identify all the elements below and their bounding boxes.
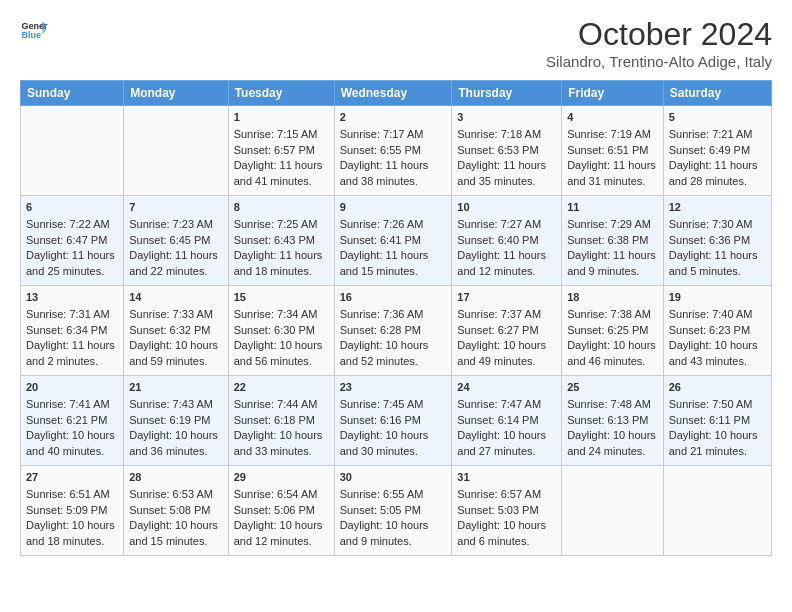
day-info: Daylight: 11 hours and 15 minutes. (340, 248, 447, 279)
calendar-cell: 14Sunrise: 7:33 AMSunset: 6:32 PMDayligh… (124, 286, 228, 376)
day-info: Sunrise: 6:55 AM (340, 487, 447, 502)
day-info: Sunset: 6:38 PM (567, 233, 658, 248)
day-info: Sunset: 6:57 PM (234, 143, 329, 158)
day-number: 30 (340, 470, 447, 485)
day-header-friday: Friday (562, 81, 664, 106)
day-info: Sunset: 6:55 PM (340, 143, 447, 158)
day-info: Sunrise: 6:53 AM (129, 487, 222, 502)
day-info: Sunrise: 7:43 AM (129, 397, 222, 412)
day-number: 9 (340, 200, 447, 215)
day-info: Daylight: 10 hours and 18 minutes. (26, 518, 118, 549)
calendar-cell: 31Sunrise: 6:57 AMSunset: 5:03 PMDayligh… (452, 466, 562, 556)
day-number: 10 (457, 200, 556, 215)
day-info: Sunset: 5:08 PM (129, 503, 222, 518)
day-info: Sunrise: 7:36 AM (340, 307, 447, 322)
day-number: 8 (234, 200, 329, 215)
day-info: Sunrise: 7:21 AM (669, 127, 766, 142)
day-info: Sunset: 6:49 PM (669, 143, 766, 158)
day-info: Sunset: 6:13 PM (567, 413, 658, 428)
day-info: Daylight: 10 hours and 24 minutes. (567, 428, 658, 459)
day-header-wednesday: Wednesday (334, 81, 452, 106)
page-header: General Blue October 2024 Silandro, Tren… (20, 16, 772, 70)
day-info: Sunrise: 7:33 AM (129, 307, 222, 322)
day-info: Daylight: 11 hours and 31 minutes. (567, 158, 658, 189)
day-number: 5 (669, 110, 766, 125)
calendar-cell: 13Sunrise: 7:31 AMSunset: 6:34 PMDayligh… (21, 286, 124, 376)
day-info: Sunset: 6:23 PM (669, 323, 766, 338)
day-info: Daylight: 10 hours and 21 minutes. (669, 428, 766, 459)
day-info: Daylight: 10 hours and 15 minutes. (129, 518, 222, 549)
day-info: Daylight: 11 hours and 18 minutes. (234, 248, 329, 279)
day-info: Daylight: 10 hours and 56 minutes. (234, 338, 329, 369)
day-info: Sunset: 6:19 PM (129, 413, 222, 428)
day-info: Daylight: 10 hours and 6 minutes. (457, 518, 556, 549)
day-info: Daylight: 10 hours and 49 minutes. (457, 338, 556, 369)
day-number: 26 (669, 380, 766, 395)
day-info: Daylight: 11 hours and 41 minutes. (234, 158, 329, 189)
day-info: Sunset: 5:06 PM (234, 503, 329, 518)
day-info: Daylight: 10 hours and 27 minutes. (457, 428, 556, 459)
day-info: Sunrise: 7:34 AM (234, 307, 329, 322)
calendar-cell: 10Sunrise: 7:27 AMSunset: 6:40 PMDayligh… (452, 196, 562, 286)
day-info: Sunrise: 6:57 AM (457, 487, 556, 502)
day-number: 29 (234, 470, 329, 485)
calendar-cell: 6Sunrise: 7:22 AMSunset: 6:47 PMDaylight… (21, 196, 124, 286)
day-info: Sunset: 6:32 PM (129, 323, 222, 338)
calendar-cell: 1Sunrise: 7:15 AMSunset: 6:57 PMDaylight… (228, 106, 334, 196)
day-info: Daylight: 10 hours and 59 minutes. (129, 338, 222, 369)
day-info: Sunset: 5:03 PM (457, 503, 556, 518)
day-info: Sunrise: 7:27 AM (457, 217, 556, 232)
day-info: Daylight: 11 hours and 28 minutes. (669, 158, 766, 189)
day-number: 3 (457, 110, 556, 125)
day-info: Sunset: 6:41 PM (340, 233, 447, 248)
day-info: Sunrise: 7:37 AM (457, 307, 556, 322)
day-info: Daylight: 11 hours and 12 minutes. (457, 248, 556, 279)
day-info: Sunset: 6:45 PM (129, 233, 222, 248)
calendar-cell: 7Sunrise: 7:23 AMSunset: 6:45 PMDaylight… (124, 196, 228, 286)
day-info: Sunset: 5:05 PM (340, 503, 447, 518)
day-info: Sunrise: 7:41 AM (26, 397, 118, 412)
header-row: SundayMondayTuesdayWednesdayThursdayFrid… (21, 81, 772, 106)
day-info: Sunrise: 7:31 AM (26, 307, 118, 322)
day-info: Daylight: 10 hours and 12 minutes. (234, 518, 329, 549)
day-info: Daylight: 11 hours and 25 minutes. (26, 248, 118, 279)
calendar-cell: 11Sunrise: 7:29 AMSunset: 6:38 PMDayligh… (562, 196, 664, 286)
day-info: Daylight: 11 hours and 5 minutes. (669, 248, 766, 279)
week-row-3: 13Sunrise: 7:31 AMSunset: 6:34 PMDayligh… (21, 286, 772, 376)
calendar-cell: 16Sunrise: 7:36 AMSunset: 6:28 PMDayligh… (334, 286, 452, 376)
calendar-cell: 4Sunrise: 7:19 AMSunset: 6:51 PMDaylight… (562, 106, 664, 196)
day-info: Sunset: 6:28 PM (340, 323, 447, 338)
day-info: Daylight: 10 hours and 40 minutes. (26, 428, 118, 459)
calendar-cell: 21Sunrise: 7:43 AMSunset: 6:19 PMDayligh… (124, 376, 228, 466)
day-info: Sunrise: 7:25 AM (234, 217, 329, 232)
calendar-cell: 25Sunrise: 7:48 AMSunset: 6:13 PMDayligh… (562, 376, 664, 466)
calendar-cell: 8Sunrise: 7:25 AMSunset: 6:43 PMDaylight… (228, 196, 334, 286)
calendar-cell: 17Sunrise: 7:37 AMSunset: 6:27 PMDayligh… (452, 286, 562, 376)
day-info: Sunset: 6:25 PM (567, 323, 658, 338)
day-number: 1 (234, 110, 329, 125)
day-number: 20 (26, 380, 118, 395)
week-row-4: 20Sunrise: 7:41 AMSunset: 6:21 PMDayligh… (21, 376, 772, 466)
day-info: Sunset: 6:34 PM (26, 323, 118, 338)
day-info: Sunset: 6:30 PM (234, 323, 329, 338)
calendar-cell: 5Sunrise: 7:21 AMSunset: 6:49 PMDaylight… (663, 106, 771, 196)
day-info: Daylight: 10 hours and 33 minutes. (234, 428, 329, 459)
day-number: 24 (457, 380, 556, 395)
week-row-5: 27Sunrise: 6:51 AMSunset: 5:09 PMDayligh… (21, 466, 772, 556)
day-info: Sunset: 6:11 PM (669, 413, 766, 428)
day-info: Daylight: 10 hours and 36 minutes. (129, 428, 222, 459)
calendar-cell: 19Sunrise: 7:40 AMSunset: 6:23 PMDayligh… (663, 286, 771, 376)
day-number: 4 (567, 110, 658, 125)
day-number: 22 (234, 380, 329, 395)
day-info: Sunset: 6:43 PM (234, 233, 329, 248)
day-number: 23 (340, 380, 447, 395)
day-number: 16 (340, 290, 447, 305)
day-info: Daylight: 10 hours and 52 minutes. (340, 338, 447, 369)
day-info: Sunset: 6:47 PM (26, 233, 118, 248)
month-title: October 2024 (546, 16, 772, 53)
calendar-cell: 9Sunrise: 7:26 AMSunset: 6:41 PMDaylight… (334, 196, 452, 286)
logo: General Blue (20, 16, 48, 44)
day-info: Sunrise: 7:15 AM (234, 127, 329, 142)
day-info: Daylight: 11 hours and 9 minutes. (567, 248, 658, 279)
day-info: Sunset: 6:16 PM (340, 413, 447, 428)
